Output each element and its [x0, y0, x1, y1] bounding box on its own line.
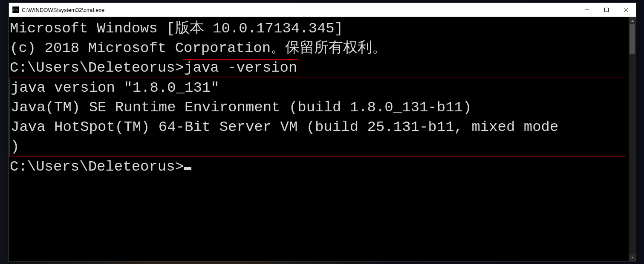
svg-marker-7 — [631, 20, 634, 22]
desktop-background: C:\ C:\WINDOWS\system32\cmd.exe Microsof… — [0, 0, 644, 264]
terminal-output[interactable]: Microsoft Windows [版本 10.0.17134.345](c)… — [9, 17, 629, 261]
cmd-window: C:\ C:\WINDOWS\system32\cmd.exe Microsof… — [9, 3, 636, 261]
scrollbar-track[interactable] — [629, 24, 636, 254]
banner-line: (c) 2018 Microsoft Corporation。保留所有权利。 — [10, 38, 629, 58]
output-line: java version "1.8.0_131" — [11, 78, 625, 98]
output-line: Java HotSpot(TM) 64-Bit Server VM (build… — [11, 117, 625, 137]
scroll-down-arrow-icon[interactable] — [629, 254, 636, 261]
prompt-prefix: C:\Users\Deleteorus> — [10, 159, 184, 175]
prompt-line: C:\Users\Deleteorus>java -version — [10, 58, 629, 78]
scroll-up-arrow-icon[interactable] — [629, 17, 636, 24]
prompt-line: C:\Users\Deleteorus> — [10, 157, 629, 177]
maximize-button[interactable] — [597, 3, 616, 17]
minimize-button[interactable] — [577, 3, 597, 17]
window-title: C:\WINDOWS\system32\cmd.exe — [22, 7, 104, 13]
scrollbar-thumb[interactable] — [630, 24, 635, 54]
titlebar[interactable]: C:\ C:\WINDOWS\system32\cmd.exe — [9, 3, 636, 17]
highlighted-output-block: java version "1.8.0_131"Java(TM) SE Runt… — [9, 78, 626, 157]
close-button[interactable] — [616, 3, 636, 17]
cmd-icon: C:\ — [12, 6, 19, 13]
text-cursor — [184, 167, 191, 170]
banner-line: Microsoft Windows [版本 10.0.17134.345] — [10, 19, 629, 38]
vertical-scrollbar[interactable] — [629, 17, 636, 261]
svg-text:C:\: C:\ — [13, 8, 18, 12]
prompt-prefix: C:\Users\Deleteorus> — [10, 60, 184, 76]
svg-rect-4 — [605, 8, 609, 12]
highlighted-command: java -version — [183, 59, 298, 76]
output-line: ) — [11, 137, 625, 157]
terminal-container: Microsoft Windows [版本 10.0.17134.345](c)… — [9, 17, 636, 261]
svg-marker-8 — [631, 257, 634, 258]
output-line: Java(TM) SE Runtime Environment (build 1… — [11, 98, 625, 117]
